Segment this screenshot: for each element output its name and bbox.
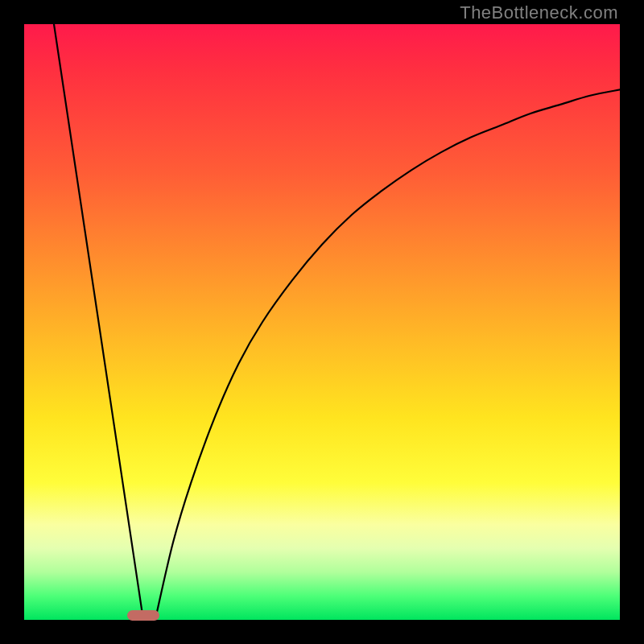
- bottleneck-curve-path: [54, 24, 620, 620]
- chart-frame: TheBottleneck.com: [0, 0, 644, 644]
- plot-area: [24, 24, 620, 620]
- watermark-text: TheBottleneck.com: [460, 2, 618, 23]
- bottleneck-curve-svg: [24, 24, 620, 620]
- optimal-marker: [127, 610, 159, 621]
